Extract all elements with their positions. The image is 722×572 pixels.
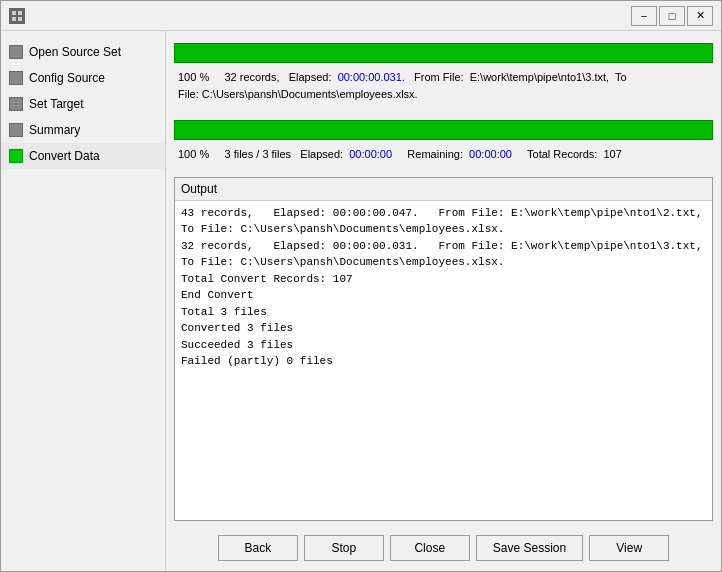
app-icon [9,8,25,24]
main-window: − □ ✕ Open Source Set Config Source Set … [0,0,722,572]
sidebar-label-config-source: Config Source [29,71,105,85]
sidebar-icon-summary [9,123,23,137]
sidebar-item-convert-data[interactable]: Convert Data [1,143,165,169]
main-content: Open Source Set Config Source Set Target… [1,31,721,571]
sidebar-icon-set-target [9,97,23,111]
progress-1-percent: 100 % [178,71,209,83]
svg-rect-1 [18,11,22,15]
sidebar-item-config-source[interactable]: Config Source [1,65,165,91]
sidebar: Open Source Set Config Source Set Target… [1,31,166,571]
sidebar-label-convert-data: Convert Data [29,149,100,163]
svg-rect-0 [12,11,16,15]
progress-1-to-label: To [615,71,627,83]
progress-1-elapsed-value: 00:00:00.031. [338,71,405,83]
progress-1-from-label: From File: [414,71,464,83]
stop-button[interactable]: Stop [304,535,384,561]
progress-2-remaining-value: 00:00:00 [469,148,512,160]
progress-section-1: 100 % 32 records, Elapsed: 00:00:00.031.… [174,39,713,108]
output-text[interactable]: 43 records, Elapsed: 00:00:00.047. From … [175,201,712,521]
progress-2-percent: 100 % [178,148,209,160]
progress-2-elapsed-value: 00:00:00 [349,148,392,160]
svg-rect-2 [12,17,16,21]
close-window-button[interactable]: ✕ [687,6,713,26]
sidebar-icon-convert-data [9,149,23,163]
footer-buttons: Back Stop Close Save Session View [174,529,713,563]
back-button[interactable]: Back [218,535,298,561]
title-bar-controls: − □ ✕ [631,6,713,26]
save-session-button[interactable]: Save Session [476,535,583,561]
output-label: Output [175,178,712,201]
sidebar-item-open-source-set[interactable]: Open Source Set [1,39,165,65]
svg-rect-3 [18,17,22,21]
sidebar-icon-open-source-set [9,45,23,59]
progress-2-total-label: Total Records: [527,148,597,160]
sidebar-label-summary: Summary [29,123,80,137]
maximize-button[interactable]: □ [659,6,685,26]
progress-1-elapsed-label: Elapsed: [289,71,332,83]
progress-1-from-value: E:\work\temp\pipe\nto1\3.txt, [470,71,609,83]
view-button[interactable]: View [589,535,669,561]
progress-bar-2 [174,120,713,140]
sidebar-item-summary[interactable]: Summary [1,117,165,143]
sidebar-label-set-target: Set Target [29,97,83,111]
progress-2-elapsed-label: Elapsed: [300,148,343,160]
minimize-button[interactable]: − [631,6,657,26]
sidebar-icon-config-source [9,71,23,85]
progress-2-remaining-label: Remaining: [407,148,463,160]
progress-bar-1 [174,43,713,63]
progress-2-total-value: 107 [603,148,621,160]
sidebar-label-open-source-set: Open Source Set [29,45,121,59]
right-panel: 100 % 32 records, Elapsed: 00:00:00.031.… [166,31,721,571]
sidebar-item-set-target[interactable]: Set Target [1,91,165,117]
close-button[interactable]: Close [390,535,470,561]
title-bar: − □ ✕ [1,1,721,31]
progress-info-1: 100 % 32 records, Elapsed: 00:00:00.031.… [174,67,713,104]
progress-2-files: 3 files / 3 files [224,148,291,160]
title-bar-left [9,8,25,24]
progress-info-2: 100 % 3 files / 3 files Elapsed: 00:00:0… [174,144,713,165]
progress-1-to-value: File: C:\Users\pansh\Documents\employees… [178,88,418,100]
progress-1-records: 32 records, [224,71,279,83]
progress-section-2: 100 % 3 files / 3 files Elapsed: 00:00:0… [174,116,713,169]
output-section: Output 43 records, Elapsed: 00:00:00.047… [174,177,713,522]
